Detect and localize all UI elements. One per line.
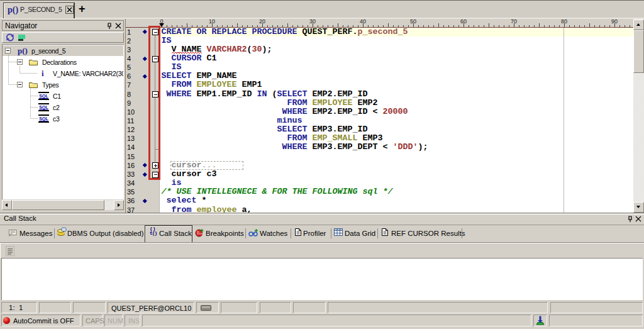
svg-text:STOP: STOP [197,232,204,235]
